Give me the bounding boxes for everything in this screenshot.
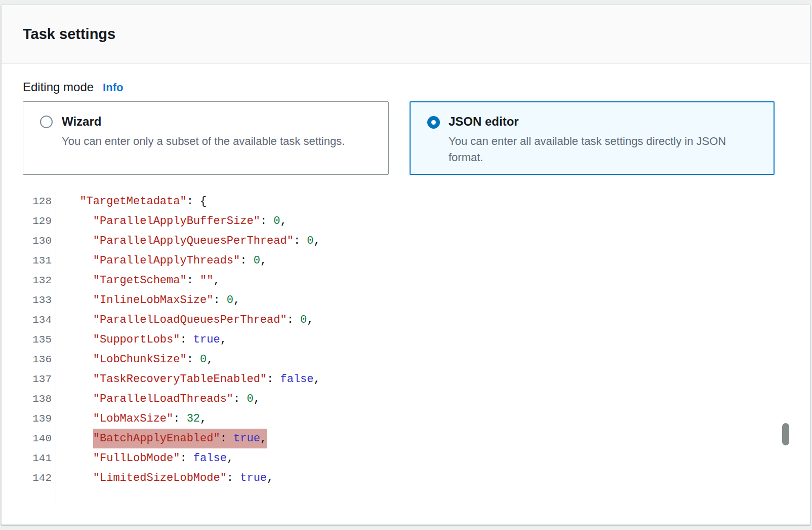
- code-text: "LobChunkSize": 0,: [56, 350, 213, 369]
- json-editor[interactable]: 128 "TargetMetadata": {129 "ParallelAppl…: [23, 192, 789, 502]
- editor-line[interactable]: 137 "TaskRecoveryTableEnabled": false,: [23, 369, 789, 389]
- editor-line[interactable]: 129 "ParallelApplyBufferSize": 0,: [23, 211, 789, 231]
- editor-line[interactable]: 141 "FullLobMode": false,: [23, 448, 789, 468]
- line-number: 135: [23, 330, 56, 350]
- tile-json-editor[interactable]: JSON editor You can enter all available …: [410, 101, 775, 175]
- tile-json-editor-title: JSON editor: [449, 114, 762, 129]
- code-lines: 128 "TargetMetadata": {129 "ParallelAppl…: [23, 192, 789, 488]
- line-number: 139: [23, 409, 56, 429]
- editor-line[interactable]: 132 "TargetSchema": "",: [23, 271, 789, 290]
- line-number: 129: [23, 211, 56, 231]
- code-text: "ParallelApplyBufferSize": 0,: [56, 211, 287, 231]
- line-number: 134: [23, 310, 56, 330]
- tile-json-editor-text: JSON editor You can enter all available …: [449, 114, 762, 166]
- editor-line[interactable]: 142 "LimitedSizeLobMode": true,: [23, 468, 789, 488]
- editor-line[interactable]: 139 "LobMaxSize": 32,: [23, 409, 789, 429]
- code-text: "TargetMetadata": {: [56, 192, 207, 211]
- radio-selected-icon[interactable]: [427, 116, 440, 129]
- editor-line[interactable]: 130 "ParallelApplyQueuesPerThread": 0,: [23, 231, 789, 251]
- tile-wizard-text: Wizard You can enter only a subset of th…: [62, 114, 376, 149]
- tile-wizard-title: Wizard: [62, 114, 376, 129]
- code-text: "ParallelLoadQueuesPerThread": 0,: [56, 310, 314, 330]
- code-text: "TargetSchema": "",: [56, 271, 220, 290]
- editor-line[interactable]: 136 "LobChunkSize": 0,: [23, 350, 789, 369]
- code-text: "InlineLobMaxSize": 0,: [56, 290, 240, 310]
- code-text: "ParallelApplyThreads": 0,: [56, 251, 267, 271]
- code-text: "ParallelLoadThreads": 0,: [56, 389, 260, 409]
- editing-mode-tiles: Wizard You can enter only a subset of th…: [23, 101, 789, 175]
- editing-mode-label: Editing mode: [23, 80, 94, 94]
- code-text: "TaskRecoveryTableEnabled": false,: [56, 369, 320, 389]
- editor-line[interactable]: 135 "SupportLobs": true,: [23, 330, 789, 350]
- line-number: 130: [23, 231, 56, 251]
- line-number: 138: [23, 389, 56, 409]
- line-number: 142: [23, 468, 56, 488]
- code-text: "BatchApplyEnabled": true,: [56, 429, 267, 448]
- line-number: 141: [23, 448, 56, 468]
- line-number: 132: [23, 271, 56, 290]
- tile-wizard[interactable]: Wizard You can enter only a subset of th…: [23, 101, 389, 175]
- code-text: "LobMaxSize": 32,: [56, 409, 207, 429]
- panel-header: Task settings: [2, 5, 810, 64]
- code-text: "LimitedSizeLobMode": true,: [56, 468, 273, 488]
- task-settings-panel: Task settings Editing mode Info Wizard Y…: [1, 5, 810, 525]
- line-number: 140: [23, 429, 56, 448]
- editor-line[interactable]: 131 "ParallelApplyThreads": 0,: [23, 251, 789, 271]
- radio-unselected-icon[interactable]: [40, 116, 53, 128]
- code-text: "FullLobMode": false,: [56, 448, 233, 468]
- line-number: 137: [23, 369, 56, 389]
- line-number: 131: [23, 251, 56, 271]
- page-title: Task settings: [23, 26, 115, 43]
- line-number: 136: [23, 350, 56, 369]
- editor-line[interactable]: 138 "ParallelLoadThreads": 0,: [23, 389, 789, 409]
- code-text: "SupportLobs": true,: [56, 330, 227, 350]
- editor-line-stub: [23, 488, 789, 502]
- line-number: [23, 488, 56, 502]
- info-link[interactable]: Info: [103, 81, 123, 94]
- line-number: 128: [23, 192, 56, 211]
- code-text: "ParallelApplyQueuesPerThread": 0,: [56, 231, 320, 251]
- editing-mode-row: Editing mode Info: [23, 80, 789, 94]
- editor-line[interactable]: 134 "ParallelLoadQueuesPerThread": 0,: [23, 310, 789, 330]
- editor-line[interactable]: 140 "BatchApplyEnabled": true,: [23, 429, 789, 448]
- panel-body: Editing mode Info Wizard You can enter o…: [2, 64, 810, 502]
- editor-line[interactable]: 133 "InlineLobMaxSize": 0,: [23, 290, 789, 310]
- editor-scrollbar-thumb[interactable]: [782, 423, 789, 445]
- line-number: 133: [23, 290, 56, 310]
- editor-line[interactable]: 128 "TargetMetadata": {: [23, 192, 789, 211]
- tile-wizard-description: You can enter only a subset of the avail…: [62, 133, 371, 149]
- highlighted-code: "BatchApplyEnabled": true,: [93, 429, 267, 448]
- tile-json-editor-description: You can enter all available task setting…: [449, 133, 757, 166]
